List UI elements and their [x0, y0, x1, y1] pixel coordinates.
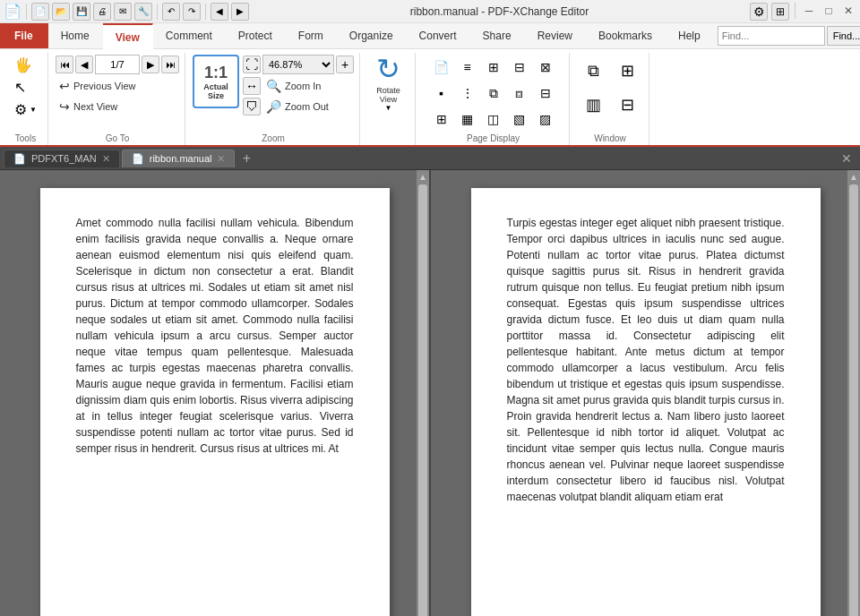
doc-tab-ribbon[interactable]: 📄 ribbon.manual ✕	[122, 150, 236, 167]
cont-facing-button[interactable]: ⊟	[507, 55, 532, 80]
next-page-button[interactable]: ▶	[142, 56, 159, 73]
tab-home[interactable]: Home	[48, 23, 103, 48]
app-icon: 📄	[4, 3, 22, 21]
find-bar: Find... 📁	[718, 23, 860, 48]
prev-page-button[interactable]: ◀	[75, 56, 93, 73]
goto-group: ⏮ ◀ ▶ ⏭ ↩ Previous View ↪ Next View	[50, 53, 185, 145]
doc-tab-pdfxt6-label: PDFXT6_MAN	[31, 153, 97, 164]
minimize-all-button[interactable]: ⊟	[611, 89, 643, 121]
cursor-icon: ↖	[14, 79, 26, 96]
minimize-button[interactable]: ─	[801, 3, 817, 19]
page-disp-10[interactable]: ▨	[533, 107, 558, 132]
actual-size-button[interactable]: 1:1 ActualSize	[193, 55, 239, 108]
settings-button[interactable]: ⚙	[750, 3, 768, 21]
rotate-label: RotateView	[376, 86, 400, 104]
right-scroll-up[interactable]: ▲	[849, 172, 858, 182]
last-page-button[interactable]: ⏭	[161, 56, 179, 73]
tab-form[interactable]: Form	[286, 23, 337, 48]
rotate-view-button[interactable]: ↻ RotateView ▼	[369, 55, 408, 108]
tab-view[interactable]: View	[103, 23, 153, 50]
new-button[interactable]: 📄	[31, 3, 49, 21]
print-button[interactable]: 🖨	[93, 3, 111, 21]
tools-dropdown-icon: ▼	[30, 106, 37, 114]
zoom-in-button[interactable]: 🔍 Zoom In	[262, 77, 324, 95]
document-tabs: 📄 PDFXT6_MAN ✕ 📄 ribbon.manual ✕ + ✕	[0, 147, 860, 170]
left-scroll-thumb[interactable]	[418, 184, 427, 616]
page-disp-7[interactable]: ▦	[455, 107, 480, 132]
continuous-button[interactable]: ≡	[455, 55, 480, 80]
zoom-out-icon: 🔎	[266, 99, 281, 114]
left-vscrollbar[interactable]: ▲ ▼	[417, 170, 429, 616]
tab-review[interactable]: Review	[525, 23, 586, 48]
redo-button[interactable]: ↷	[183, 3, 201, 21]
page-display-buttons: 📄 ≡ ⊞ ⊟ ⊠ ▪ ⋮ ⧉ ⧈ ⊟ ⊞ ▦ ◫ ▧ ▨	[429, 55, 558, 132]
zoom-in-label: Zoom In	[285, 81, 321, 91]
tab-help[interactable]: Help	[666, 23, 714, 48]
tools-more-button[interactable]: ⚙ ▼	[11, 99, 40, 120]
zoom-fit-width-button[interactable]: ↔	[243, 77, 261, 95]
right-vscrollbar[interactable]: ▲ ▼	[847, 170, 860, 616]
title-bar-text: ribbon.manual - PDF-XChange Editor	[252, 5, 747, 18]
hand-tool-button[interactable]: 🖐	[11, 55, 40, 75]
tab-comment[interactable]: Comment	[153, 23, 226, 48]
find-button[interactable]: Find...	[827, 26, 860, 46]
goto-buttons: ⏮ ◀ ▶ ⏭ ↩ Previous View ↪ Next View	[56, 55, 179, 132]
zoom-out-label: Zoom Out	[285, 101, 329, 112]
page-display-group-label: Page Display	[423, 132, 563, 145]
previous-view-button[interactable]: ↩ Previous View	[56, 77, 179, 95]
zoom-fit-page-button[interactable]: ⛉	[243, 98, 261, 116]
tools-dropdown-button[interactable]: 🔧	[134, 3, 152, 21]
maximize-button[interactable]: □	[821, 3, 837, 19]
page-disp-3[interactable]: ⧉	[481, 81, 506, 106]
forward-button[interactable]: ▶	[231, 3, 249, 21]
tab-bookmarks[interactable]: Bookmarks	[586, 23, 666, 48]
page-disp-9[interactable]: ▧	[507, 107, 532, 132]
facing-button[interactable]: ⊞	[481, 55, 506, 80]
page-disp-2[interactable]: ⋮	[455, 81, 480, 106]
page-disp-1[interactable]: ▪	[429, 81, 454, 106]
tile-v-button[interactable]: ▥	[577, 89, 609, 121]
cascade-button[interactable]: ⧉	[577, 55, 609, 87]
zoom-out-button[interactable]: 🔎 Zoom Out	[262, 98, 332, 116]
ribbon-tabs: File Home View Comment Protect Form Orga…	[0, 23, 860, 48]
tab-share[interactable]: Share	[470, 23, 525, 48]
tab-convert[interactable]: Convert	[407, 23, 470, 48]
find-input[interactable]	[718, 26, 825, 46]
tile-h-button[interactable]: ⊞	[611, 55, 643, 87]
right-page-scroll[interactable]: Turpis egestas integer eget aliquet nibh…	[431, 170, 860, 616]
page-disp-4[interactable]: ⧈	[507, 81, 532, 106]
single-page-button[interactable]: 📄	[429, 55, 454, 80]
page-disp-8[interactable]: ◫	[481, 107, 506, 132]
add-tab-button[interactable]: +	[236, 149, 256, 168]
select-tool-button[interactable]: ↖	[11, 77, 40, 98]
split-button[interactable]: ⊠	[533, 55, 558, 80]
left-scroll-up[interactable]: ▲	[418, 172, 427, 182]
page-number-input[interactable]	[95, 55, 140, 74]
back-button[interactable]: ◀	[211, 3, 228, 21]
zoom-fit-button[interactable]: ⛶	[243, 56, 261, 73]
right-page-container: Turpis egestas integer eget aliquet nibh…	[429, 170, 860, 616]
zoom-select[interactable]: 46.87% 25% 50% 75% 100% 150% 200%	[262, 55, 334, 74]
tab-organize[interactable]: Organize	[337, 23, 407, 48]
zoom-plus-small-button[interactable]: +	[336, 56, 354, 73]
tab-file[interactable]: File	[0, 23, 48, 48]
save-button[interactable]: 💾	[73, 3, 90, 21]
doc-tab-pdfxt6-close[interactable]: ✕	[102, 153, 110, 165]
close-button[interactable]: ✕	[840, 3, 856, 19]
tile-button[interactable]: ⊞	[771, 3, 789, 21]
close-document-button[interactable]: ✕	[837, 149, 856, 168]
right-scroll-thumb[interactable]	[849, 184, 858, 616]
undo-button[interactable]: ↶	[162, 3, 180, 21]
next-view-button[interactable]: ↪ Next View	[56, 98, 179, 116]
rotate-dropdown-icon: ▼	[385, 104, 392, 112]
email-button[interactable]: ✉	[114, 3, 132, 21]
doc-tab-pdfxt6[interactable]: 📄 PDFXT6_MAN ✕	[4, 150, 120, 167]
tab-protect[interactable]: Protect	[226, 23, 286, 48]
page-disp-5[interactable]: ⊟	[533, 81, 558, 106]
page-disp-6[interactable]: ⊞	[429, 107, 454, 132]
doc-tab-ribbon-close[interactable]: ✕	[217, 153, 225, 165]
left-page-scroll[interactable]: Amet commodo nulla facilisi nullam vehic…	[0, 170, 429, 616]
open-button[interactable]: 📂	[52, 3, 70, 21]
actual-size-label: ActualSize	[203, 82, 228, 100]
first-page-button[interactable]: ⏮	[56, 56, 73, 73]
